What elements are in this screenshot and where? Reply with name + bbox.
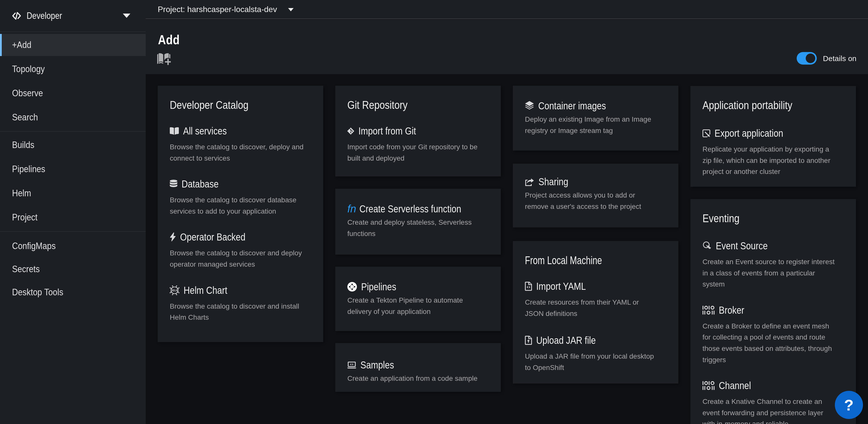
svg-text:HELM: HELM xyxy=(171,289,178,292)
